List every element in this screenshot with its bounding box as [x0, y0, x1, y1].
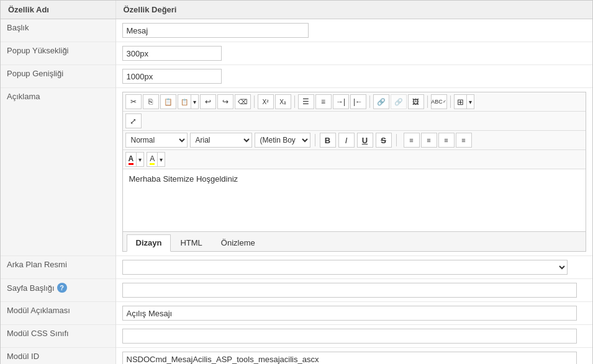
paste-button[interactable]: 📋	[160, 94, 176, 109]
align-group: ≡ ≡ ≡ ≡	[404, 133, 472, 148]
underline-button[interactable]: U	[357, 133, 373, 148]
row-modul-id: Modül ID	[1, 348, 592, 365]
text-color-button[interactable]: A ▾	[125, 152, 145, 167]
align-right-button[interactable]: ≡	[438, 133, 455, 148]
sep7	[396, 134, 397, 146]
table-arrow: ▾	[467, 95, 474, 109]
label-modul-aciklamasi: Modül Açıklaması	[1, 302, 115, 325]
tab-html[interactable]: HTML	[171, 234, 211, 251]
row-modul-aciklamasi: Modül Açıklaması	[1, 302, 592, 325]
font-select[interactable]: Arial	[190, 133, 252, 148]
label-arka-plan: Arka Plan Resmi	[1, 256, 115, 279]
sep6	[315, 134, 315, 146]
row-popup-height: Popup Yüksekliği	[1, 42, 592, 65]
input-modul-aciklamasi[interactable]	[122, 306, 577, 321]
text-color-icon: A	[126, 153, 137, 166]
value-modul-id	[115, 348, 592, 365]
align-left-button[interactable]: ≡	[404, 133, 420, 148]
row-aciklama: Açıklama ✂ ⎘ 📋 📋 ▾ ↩ ↪ ⌫	[1, 88, 592, 256]
value-baslik	[115, 19, 592, 42]
sep1	[254, 95, 255, 108]
arka-plan-select[interactable]	[122, 260, 568, 275]
eraser-button[interactable]: ⌫	[235, 94, 251, 109]
value-arka-plan	[115, 256, 592, 279]
text-color-arrow: ▾	[137, 153, 143, 166]
table-button[interactable]: ⊞ ▾	[454, 94, 474, 109]
maximize-button[interactable]: ⤢	[125, 113, 142, 128]
toolbar-row1: ✂ ⎘ 📋 📋 ▾ ↩ ↪ ⌫ X² X₂	[123, 92, 586, 112]
toolbar-row2: ⤢	[123, 112, 586, 131]
copy-button[interactable]: ⎘	[143, 94, 159, 109]
editor-content[interactable]: Merhaba Sitemize Hoşgeldiniz	[123, 169, 586, 231]
subscript-button[interactable]: X₂	[275, 94, 291, 109]
label-sayfa-basligi: Sayfa Başlığı ?	[1, 279, 115, 302]
strikethrough-button[interactable]: S	[376, 133, 392, 148]
input-modul-id[interactable]	[122, 352, 577, 364]
spellcheck-button[interactable]: ABC✓	[431, 94, 447, 109]
label-modul-css: Modül CSS Sınıfı	[1, 325, 115, 348]
editor-wrapper: ✂ ⎘ 📋 📋 ▾ ↩ ↪ ⌫ X² X₂	[122, 92, 587, 252]
label-modul-id: Modül ID	[1, 348, 115, 365]
properties-table: Özellik Adı Özellik Değeri Başlık Popup …	[1, 1, 592, 364]
ordered-list-button[interactable]: ☰	[298, 94, 314, 109]
paste-special-arrow: ▾	[191, 95, 198, 109]
header-col1: Özellik Adı	[1, 1, 115, 19]
label-aciklama: Açıklama	[1, 88, 115, 256]
table-header: Özellik Adı Özellik Değeri	[1, 1, 592, 19]
sep5	[450, 95, 451, 108]
main-container: Özellik Adı Özellik Değeri Başlık Popup …	[0, 0, 593, 364]
unlink-button[interactable]: 🔗	[391, 94, 407, 109]
tab-dizayn[interactable]: Dizayn	[127, 234, 171, 252]
label-popup-width: Popup Genişliği	[1, 65, 115, 88]
size-select[interactable]: (Metin Boy	[255, 133, 310, 148]
align-center-button[interactable]: ≡	[421, 133, 437, 148]
cut-button[interactable]: ✂	[125, 94, 142, 109]
value-popup-height	[115, 42, 592, 65]
row-popup-width: Popup Genişliği	[1, 65, 592, 88]
highlight-color-arrow: ▾	[158, 153, 165, 166]
value-modul-css	[115, 325, 592, 348]
highlight-color-icon: A	[147, 153, 158, 166]
row-modul-css: Modül CSS Sınıfı	[1, 325, 592, 348]
outdent-button[interactable]: |←	[350, 94, 366, 109]
sep3	[369, 95, 370, 108]
toolbar-row3: Normal Arial (Metin Boy B I U S	[123, 131, 586, 150]
indent-button[interactable]: →|	[333, 94, 349, 109]
paste-special-button[interactable]: 📋 ▾	[178, 94, 199, 109]
redo-button[interactable]: ↪	[217, 94, 233, 109]
input-baslik[interactable]	[122, 23, 309, 38]
header-col2: Özellik Değeri	[115, 1, 592, 19]
align-justify-button[interactable]: ≡	[456, 133, 472, 148]
row-baslik: Başlık	[1, 19, 592, 42]
table-icon: ⊞	[455, 95, 467, 109]
paste-special-icon: 📋	[178, 95, 191, 109]
input-modul-css[interactable]	[122, 329, 577, 344]
undo-button[interactable]: ↩	[200, 94, 216, 109]
sep4	[427, 95, 428, 108]
format-select[interactable]: Normal	[125, 133, 188, 148]
label-sayfa-basligi-wrapper: Sayfa Başlığı ?	[7, 283, 109, 293]
value-modul-aciklamasi	[115, 302, 592, 325]
toolbar-row4: A ▾ A ▾	[123, 150, 586, 169]
link-button[interactable]: 🔗	[373, 94, 389, 109]
image-button[interactable]: 🖼	[408, 94, 424, 109]
value-aciklama: ✂ ⎘ 📋 📋 ▾ ↩ ↪ ⌫ X² X₂	[115, 88, 592, 256]
value-popup-width	[115, 65, 592, 88]
superscript-button[interactable]: X²	[258, 94, 274, 109]
help-icon-sayfa-basligi[interactable]: ?	[57, 283, 67, 293]
row-arka-plan: Arka Plan Resmi	[1, 256, 592, 279]
label-popup-height: Popup Yüksekliği	[1, 42, 115, 65]
value-sayfa-basligi	[115, 279, 592, 302]
tab-onizleme[interactable]: Önizleme	[212, 234, 265, 251]
italic-button[interactable]: I	[338, 133, 355, 148]
unordered-list-button[interactable]: ≡	[315, 94, 332, 109]
input-popup-width[interactable]	[122, 69, 222, 84]
row-sayfa-basligi: Sayfa Başlığı ?	[1, 279, 592, 302]
editor-tabs: Dizayn HTML Önizleme	[123, 231, 586, 251]
label-baslik: Başlık	[1, 19, 115, 42]
input-sayfa-basligi[interactable]	[122, 283, 577, 298]
sep2	[294, 95, 295, 108]
highlight-color-button[interactable]: A ▾	[147, 152, 165, 167]
input-popup-height[interactable]	[122, 46, 222, 61]
bold-button[interactable]: B	[320, 133, 336, 148]
